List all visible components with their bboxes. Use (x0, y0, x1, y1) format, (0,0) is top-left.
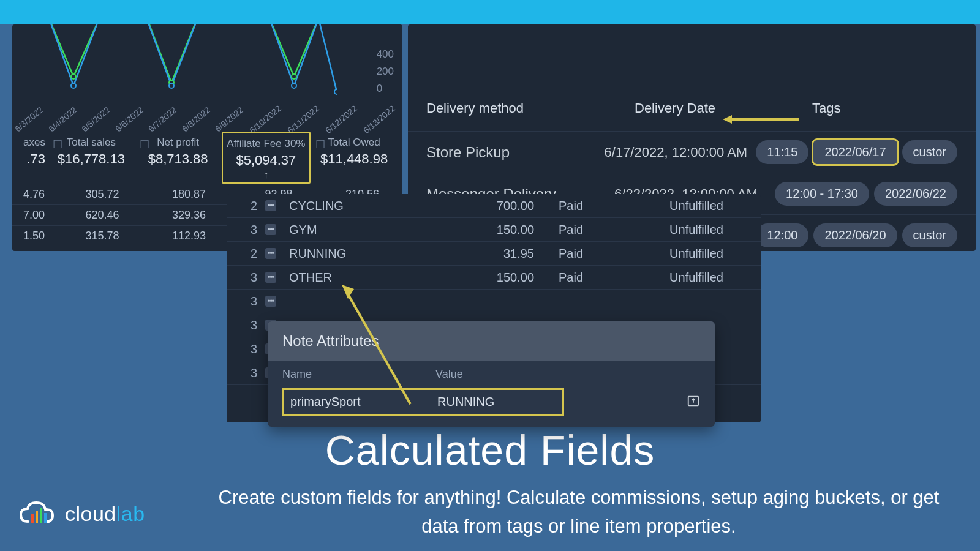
metric-affiliate-fee[interactable]: Affiliate Fee 30% $5,094.37 ↑ (222, 132, 311, 184)
svg-point-2 (292, 74, 296, 79)
chart-x-labels: 6/3/2022 6/4/2022 6/5/2022 6/6/2022 6/7/… (12, 114, 337, 124)
category-row[interactable]: 3 (227, 290, 761, 313)
metric-total-sales[interactable]: ☐ Total sales $16,778.13 (48, 132, 135, 184)
metric-total-owed[interactable]: ☐ Total Owed $11,448.98 (311, 132, 398, 184)
delivery-row: Store Pickup 6/17/2022, 12:00:00 AM 11:1… (408, 132, 976, 173)
tag[interactable]: 12:00 (756, 223, 809, 247)
tag[interactable]: custor (902, 140, 957, 164)
chart-area: 400 200 0 6/3/2022 6/4/2022 6/5/2022 6/6… (12, 24, 402, 132)
svg-point-6 (334, 89, 337, 94)
tag[interactable]: 2022/06/17 (813, 140, 897, 164)
line-chart (12, 24, 337, 104)
more-icon[interactable] (262, 200, 279, 212)
more-icon[interactable] (262, 271, 279, 283)
col-delivery-method: Delivery method (426, 100, 635, 116)
more-icon[interactable] (262, 223, 279, 236)
svg-rect-13 (36, 511, 38, 523)
svg-rect-14 (40, 508, 42, 523)
y-tick: 200 (377, 63, 394, 80)
checkbox-icon[interactable]: ☐ (315, 138, 325, 151)
checkbox-icon[interactable]: ☐ (140, 138, 149, 151)
note-attributes-popup: Note Attributes Name Value primarySport … (268, 321, 715, 427)
svg-point-0 (71, 74, 76, 79)
delivery-header: Delivery method Delivery Date Tags (408, 86, 976, 132)
y-tick: 400 (377, 46, 394, 63)
y-tick: 0 (377, 80, 394, 97)
sort-up-icon: ↑ (225, 170, 307, 181)
svg-rect-12 (31, 514, 34, 523)
tag[interactable]: custor (902, 223, 957, 247)
svg-point-3 (71, 83, 76, 88)
tag[interactable]: 2022/06/20 (813, 223, 897, 247)
category-row[interactable]: 2 CYCLING 700.00 Paid Unfulfilled (227, 194, 761, 218)
col-delivery-date: Delivery Date (635, 100, 812, 116)
col-tags: Tags (812, 100, 957, 116)
note-title: Note Attributes (268, 321, 715, 361)
tag[interactable]: 2022/06/22 (874, 182, 957, 206)
svg-point-4 (169, 83, 174, 88)
chart-y-labels: 400 200 0 (377, 46, 394, 97)
note-body: primarySport RUNNING (268, 388, 715, 427)
metric-taxes[interactable]: axes .73 (17, 132, 48, 184)
more-icon[interactable] (262, 295, 279, 307)
cloud-icon (17, 498, 60, 529)
note-row[interactable]: primarySport RUNNING (282, 388, 564, 416)
svg-point-5 (292, 83, 296, 88)
tag[interactable]: 12:00 - 17:30 (775, 182, 869, 206)
category-row[interactable]: 3 OTHER 150.00 Paid Unfulfilled (227, 266, 761, 290)
tag[interactable]: 11:15 (756, 140, 809, 164)
top-bar (0, 0, 980, 24)
note-columns: Name Value (268, 361, 715, 388)
metrics-row: axes .73 ☐ Total sales $16,778.13 ☐ Net … (12, 132, 402, 184)
svg-rect-15 (44, 513, 47, 523)
category-row[interactable]: 2 RUNNING 31.95 Paid Unfulfilled (227, 242, 761, 266)
open-icon[interactable] (687, 394, 700, 411)
logo: cloudlab (17, 498, 145, 529)
logo-text: cloudlab (65, 502, 145, 526)
subheadline: Create custom fields for anything! Calcu… (208, 484, 949, 541)
category-row[interactable]: 3 GYM 150.00 Paid Unfulfilled (227, 218, 761, 242)
checkbox-icon[interactable]: ☐ (53, 138, 62, 151)
metric-net-profit[interactable]: ☐ Net profit $8,713.88 (135, 132, 222, 184)
headline: Calculated Fields (0, 426, 980, 474)
more-icon[interactable] (262, 247, 279, 260)
